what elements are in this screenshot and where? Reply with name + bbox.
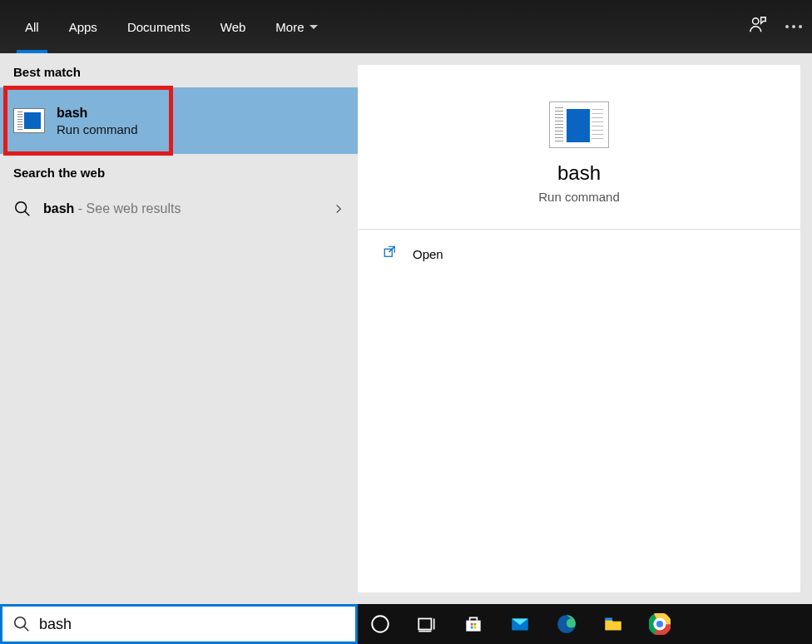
best-match-heading: Best match [0, 53, 358, 87]
svg-point-0 [753, 18, 759, 24]
taskbar-mail-icon[interactable] [506, 610, 534, 638]
svg-point-4 [15, 617, 26, 628]
action-open[interactable]: Open [358, 230, 800, 278]
svg-rect-11 [474, 623, 477, 626]
best-match-subtitle: Run command [57, 122, 138, 136]
best-match-title: bash [57, 106, 138, 121]
taskbar-explorer-icon[interactable] [599, 610, 627, 638]
tab-label: More [275, 20, 304, 34]
tab-label: Apps [69, 20, 97, 34]
taskbar-taskview-icon[interactable] [413, 610, 441, 638]
tab-web[interactable]: Web [205, 0, 261, 53]
tab-more[interactable]: More [260, 0, 332, 53]
search-box[interactable] [0, 604, 358, 644]
feedback-icon[interactable] [749, 16, 767, 37]
chevron-down-icon [309, 25, 318, 29]
action-label: Open [413, 247, 443, 261]
search-input[interactable] [39, 616, 345, 633]
detail-subtitle: Run command [538, 190, 620, 204]
web-result-row[interactable]: bash - See web results [0, 188, 358, 230]
tab-documents[interactable]: Documents [112, 0, 205, 53]
tab-label: Documents [127, 20, 191, 34]
tab-label: All [25, 20, 39, 34]
detail-panel: bash Run command Open [358, 65, 800, 592]
svg-rect-10 [471, 623, 473, 626]
best-match-result[interactable]: bash Run command [0, 87, 358, 154]
web-query-suffix: - See web results [74, 201, 181, 215]
search-icon [12, 615, 31, 633]
taskbar-store-icon[interactable] [459, 610, 488, 638]
svg-rect-12 [471, 627, 473, 629]
open-icon [383, 245, 398, 263]
svg-point-1 [16, 202, 27, 213]
search-icon [13, 200, 32, 218]
chevron-right-icon [333, 203, 344, 215]
run-command-icon [13, 108, 45, 133]
taskbar-edge-icon[interactable] [552, 610, 581, 638]
web-query: bash [43, 201, 74, 215]
taskbar [358, 604, 812, 644]
run-command-icon [549, 102, 609, 148]
taskbar-cortana-icon[interactable] [366, 610, 394, 638]
tab-all[interactable]: All [10, 0, 54, 53]
svg-line-2 [25, 211, 30, 216]
tab-apps[interactable]: Apps [54, 0, 112, 53]
results-pane: Best match bash Run command Search the w… [0, 53, 358, 604]
tab-label: Web [220, 20, 246, 34]
svg-line-5 [24, 627, 29, 632]
svg-rect-13 [474, 627, 477, 629]
search-tab-bar: All Apps Documents Web More [0, 0, 812, 53]
taskbar-chrome-icon[interactable] [646, 610, 674, 638]
svg-point-6 [372, 616, 389, 632]
search-web-heading: Search the web [0, 154, 358, 188]
svg-rect-16 [605, 617, 612, 620]
detail-title: bash [557, 161, 601, 185]
more-options-icon[interactable] [785, 25, 802, 28]
svg-rect-7 [418, 619, 431, 630]
